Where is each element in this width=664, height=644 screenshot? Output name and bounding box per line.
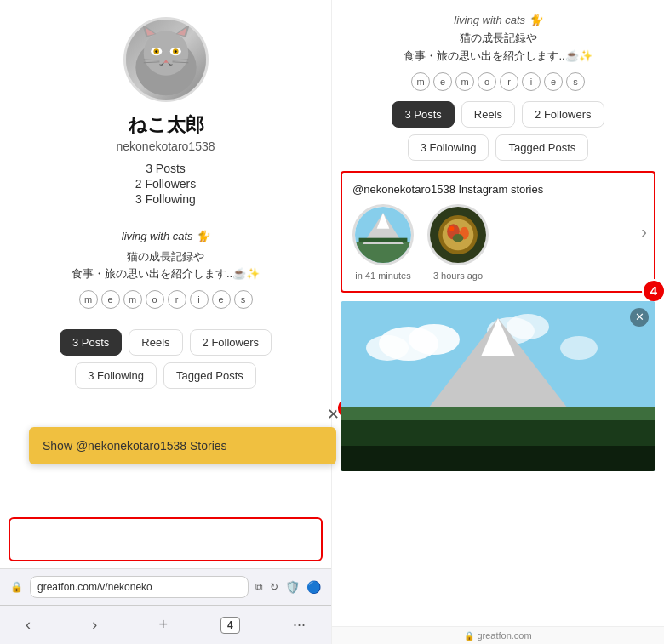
tabs-count[interactable]: 4 [220,617,240,634]
hashtag-letter: m [411,72,430,91]
main-photo: ✕ [341,301,655,471]
tab-reels[interactable]: Reels [129,329,182,356]
following-count: 3 Following [135,192,196,206]
tab-tagged[interactable]: Tagged Posts [163,362,256,389]
right-tab-following[interactable]: 3 Following [408,134,489,161]
story-item-mountain[interactable]: in 41 minutes [352,204,414,281]
hashtag-letter: e [544,72,563,91]
svg-point-31 [409,324,460,355]
story-item-food[interactable]: 3 hours ago [427,204,489,281]
right-tab-followers[interactable]: 2 Followers [522,101,604,128]
followers-count: 2 Followers [135,177,197,191]
username: nekonekotaro1538 [117,140,215,153]
refresh-icon[interactable]: ↻ [270,581,278,593]
story-time-2: 3 hours ago [433,271,483,281]
left-panel: ねこ太郎 nekonekotaro1538 3 Posts 2 Follower… [0,0,332,644]
hashtag-letter: m [79,290,98,309]
tab-icon: ⧉ [255,581,263,593]
bio-section: living with cats 🐈 猫の成長記録や食事・旅の思い出を紹介します… [0,219,331,329]
story-thumbnail-food [427,204,489,265]
stories-row: in 41 minutes [352,204,644,281]
url-bar[interactable]: greatfon.com/v/nekoneko [30,576,249,598]
tabs-row-2: 3 Following Tagged Posts [17,362,314,389]
right-url: greatfon.com [477,630,531,641]
add-tab-button[interactable]: + [150,613,176,637]
story-thumbnail-mountain [352,204,414,265]
right-tab-reels[interactable]: Reels [461,101,515,128]
right-tab-tagged[interactable]: Tagged Posts [495,134,588,161]
right-top: living with cats 🐈 猫の成長記録や食事・旅の思い出を紹介します… [332,0,664,101]
photo-area: ✕ [341,301,655,626]
stats-row: 3 Posts 2 Followers 3 Following [135,162,197,206]
svg-point-35 [560,336,598,360]
hashtag-row: m e m o r i e s [26,290,306,309]
svg-rect-40 [341,446,655,471]
hashtag-letter: r [500,72,518,91]
right-bio-desc: 猫の成長記録や食事・旅の思い出を紹介します..☕✨ [346,30,650,66]
annotation-4-badge: 4 [642,279,664,303]
stories-title: @nekonekotaro1538 Instagram stories [352,183,644,196]
hashtag-letter: e [101,290,120,309]
svg-point-1 [143,31,188,76]
browser-toolbar: 🔒 greatfon.com/v/nekoneko ⧉ ↻ 🛡️ 🔵 [0,568,331,605]
more-menu-button[interactable]: ··· [284,613,314,637]
back-button[interactable]: ‹ [17,613,39,637]
right-bio-tagline: living with cats 🐈 [346,14,650,26]
bio-description: 猫の成長記録や食事・旅の思い出を紹介します..☕✨ [26,248,306,284]
url-text: greatfon.com/v/nekoneko [37,581,152,593]
hashtag-letter: m [455,72,474,91]
story-time-1: in 41 minutes [355,271,410,281]
tab-posts[interactable]: 3 Posts [60,329,122,356]
nav-bottom: ‹ › + 4 ··· [0,605,331,644]
right-bottom-bar: 🔒 greatfon.com [332,626,664,644]
right-panel: living with cats 🐈 猫の成長記録や食事・旅の思い出を紹介します… [332,0,664,644]
tabs-row-1: 3 Posts Reels 2 Followers [17,329,314,356]
tab-followers[interactable]: 2 Followers [190,329,272,356]
profile-section: ねこ太郎 nekonekotaro1538 3 Posts 2 Follower… [0,0,331,219]
right-tab-posts[interactable]: 3 Posts [392,101,454,128]
svg-point-10 [155,50,157,53]
cat-avatar-image [126,17,206,102]
hashtag-letter: e [433,72,452,91]
display-name: ねこ太郎 [128,112,204,138]
right-hashtag-row: m e m o r i e s [346,72,650,91]
close-photo-button[interactable]: ✕ [630,308,649,327]
hashtag-letter: o [478,72,496,91]
svg-rect-21 [359,237,408,242]
tab-following[interactable]: 3 Following [75,362,157,389]
stories-chevron-button[interactable]: › [641,222,647,242]
svg-point-27 [453,234,464,242]
svg-point-34 [507,314,549,339]
tooltip-text: Show @nekonekotaro1538 Stories [43,439,227,453]
hashtag-letter: m [123,290,142,309]
svg-rect-18 [355,242,411,263]
hashtag-letter: e [212,290,231,309]
posts-count: 3 Posts [146,162,186,175]
svg-point-32 [366,335,409,361]
svg-point-28 [449,226,455,231]
hashtag-letter: r [168,290,186,309]
hashtag-letter: i [522,72,541,91]
lock-icon: 🔒 [10,581,23,593]
hashtag-letter: s [566,72,585,91]
bio-tagline: living with cats 🐈 [26,228,306,245]
right-tabs-row-2: 3 Following Tagged Posts [341,134,655,161]
right-tabs-section: 3 Posts Reels 2 Followers 3 Following Ta… [332,101,664,171]
hashtag-letter: i [190,290,209,309]
left-tabs-section: 3 Posts Reels 2 Followers 3 Following Ta… [0,329,331,389]
stories-tooltip[interactable]: Show @nekonekotaro1538 Stories ✕ 3 [29,427,336,464]
avatar [123,17,209,102]
svg-point-11 [174,50,176,53]
lock-icon-right: 🔒 [464,631,474,641]
hashtag-letter: s [234,290,253,309]
brave-icon: 🛡️ [285,580,300,594]
right-tabs-row-1: 3 Posts Reels 2 Followers [341,101,655,128]
stories-section: @nekonekotaro1538 Instagram stories [341,171,655,293]
forward-button[interactable]: › [83,613,106,637]
bookmark-icon: 🔵 [306,580,321,594]
hashtag-letter: o [146,290,164,309]
